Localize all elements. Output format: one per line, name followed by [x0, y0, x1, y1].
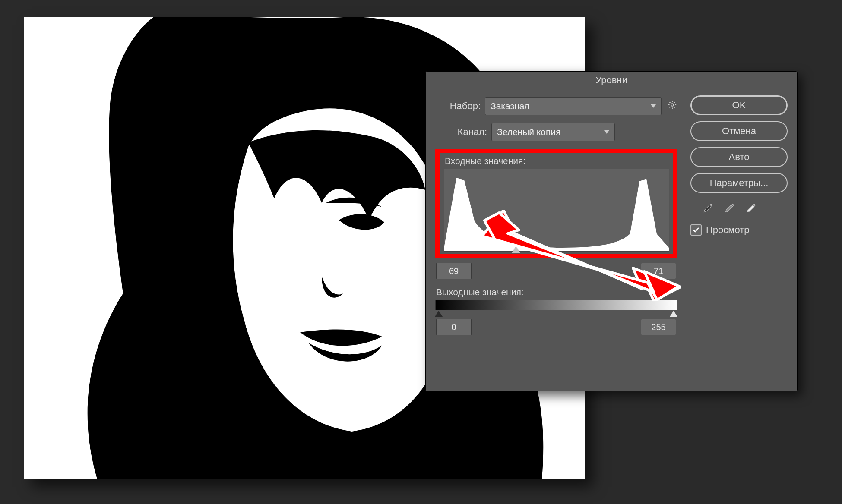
output-white-value[interactable]: 255 [641, 319, 676, 335]
svg-point-1 [356, 217, 369, 229]
black-point-eyedropper-icon[interactable] [703, 202, 715, 217]
channel-select[interactable]: Зеленый копия [491, 123, 615, 141]
output-gradient[interactable] [435, 300, 677, 310]
input-black-value[interactable]: 69 [436, 263, 472, 279]
input-white-value[interactable]: 71 [641, 263, 676, 279]
preset-select[interactable]: Заказная [485, 97, 662, 115]
cancel-button[interactable]: Отмена [690, 121, 788, 141]
output-black-slider[interactable] [435, 311, 443, 317]
output-levels-label: Выходные значения: [436, 287, 677, 297]
levels-controls: Набор: Заказная Канал: Зеленый копия [435, 97, 677, 335]
preset-gear-icon[interactable] [668, 100, 677, 112]
channel-value: Зеленый копия [497, 127, 560, 137]
dialog-title: Уровни [426, 72, 797, 89]
auto-button[interactable]: Авто [690, 147, 788, 167]
gray-point-eyedropper-icon[interactable] [724, 202, 736, 217]
white-point-eyedropper-icon[interactable] [746, 202, 758, 217]
preview-label: Просмотр [706, 224, 749, 236]
chevron-down-icon [604, 130, 609, 134]
svg-point-2 [671, 104, 674, 106]
preset-label: Набор: [435, 101, 485, 112]
eyedropper-group [703, 202, 788, 217]
ok-button[interactable]: OK [690, 95, 788, 115]
chevron-down-icon [651, 104, 656, 108]
stage: Уровни OK Отмена Авто Параметры... [0, 0, 842, 504]
output-black-value[interactable]: 0 [436, 319, 472, 335]
output-white-slider[interactable] [670, 311, 677, 317]
input-levels-highlight: Входные значения: [435, 149, 677, 258]
options-button[interactable]: Параметры... [690, 173, 788, 193]
input-levels-label: Входные значения: [445, 156, 668, 166]
preview-checkbox[interactable] [690, 224, 702, 236]
levels-dialog: Уровни OK Отмена Авто Параметры... [425, 71, 798, 391]
dialog-button-column: OK Отмена Авто Параметры... [690, 95, 788, 236]
preset-value: Заказная [491, 101, 529, 111]
histogram[interactable] [444, 169, 669, 252]
channel-label: Канал: [435, 126, 491, 138]
midtone-slider[interactable] [512, 246, 520, 253]
